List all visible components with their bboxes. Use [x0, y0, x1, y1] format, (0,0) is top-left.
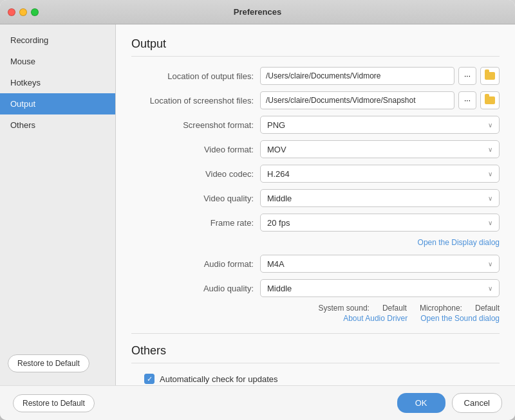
section-divider [131, 333, 500, 334]
system-sound-value: Default [382, 304, 407, 313]
output-files-folder-button[interactable] [480, 67, 500, 85]
output-files-dots-button[interactable]: ··· [458, 67, 476, 85]
auto-update-checkbox[interactable]: ✓ [144, 374, 154, 384]
others-section-title: Others [131, 344, 500, 363]
auto-update-label: Automatically check for updates [160, 374, 278, 384]
video-quality-row: Video quality: Middle ∨ [131, 189, 500, 207]
sidebar-item-recording[interactable]: Recording [0, 30, 115, 51]
audio-format-dropdown[interactable]: M4A ∨ [260, 255, 500, 273]
video-format-value: MOV [267, 145, 286, 154]
frame-rate-value: 20 fps [267, 218, 290, 228]
video-quality-label: Video quality: [131, 194, 260, 203]
screenshot-format-control: PNG ∨ [260, 116, 500, 134]
preferences-window: Preferences Recording Mouse Hotkeys Outp… [0, 0, 515, 420]
microphone-label: Microphone: [420, 304, 462, 313]
chevron-down-icon: ∨ [488, 146, 492, 153]
video-format-row: Video format: MOV ∨ [131, 140, 500, 158]
video-quality-value: Middle [267, 194, 292, 203]
footer: Restore to Default OK Cancel [0, 385, 515, 420]
video-quality-dropdown[interactable]: Middle ∨ [260, 189, 500, 207]
titlebar: Preferences [0, 0, 515, 24]
video-codec-row: Video codec: H.264 ∨ [131, 165, 500, 183]
open-sound-dialog-link[interactable]: Open the Sound dialog [420, 314, 500, 323]
sidebar: Recording Mouse Hotkeys Output Others Re… [0, 24, 116, 385]
sidebar-item-output[interactable]: Output [0, 93, 115, 114]
screenshot-format-dropdown[interactable]: PNG ∨ [260, 116, 500, 134]
video-quality-control: Middle ∨ [260, 189, 500, 207]
display-dialog-row: Open the Display dialog [131, 238, 500, 247]
audio-quality-row: Audio quality: Middle ∨ [131, 279, 500, 297]
video-codec-control: H.264 ∨ [260, 165, 500, 183]
ok-button[interactable]: OK [397, 393, 445, 413]
microphone-value: Default [475, 304, 500, 313]
video-format-dropdown[interactable]: MOV ∨ [260, 140, 500, 158]
dots-icon: ··· [464, 96, 471, 105]
video-codec-value: H.264 [267, 169, 290, 179]
screenshot-format-value: PNG [267, 120, 285, 130]
frame-rate-control: 20 fps ∨ [260, 214, 500, 232]
sidebar-item-mouse[interactable]: Mouse [0, 51, 115, 72]
audio-links-row: About Audio Driver Open the Sound dialog [131, 314, 500, 323]
window-content: Recording Mouse Hotkeys Output Others Re… [0, 24, 515, 385]
system-sound-label: System sound: [319, 304, 370, 313]
sidebar-item-hotkeys[interactable]: Hotkeys [0, 72, 115, 93]
audio-format-value: M4A [267, 259, 285, 269]
about-audio-driver-link[interactable]: About Audio Driver [343, 314, 407, 323]
sidebar-bottom: Restore to Default [0, 347, 115, 380]
chevron-down-icon: ∨ [488, 260, 492, 268]
footer-buttons: OK Cancel [397, 393, 502, 413]
screenshot-files-path: /Users/claire/Documents/Vidmore/Snapshot [260, 91, 454, 109]
audio-info-row: System sound: Default Microphone: Defaul… [131, 304, 500, 313]
audio-quality-dropdown[interactable]: Middle ∨ [260, 279, 500, 297]
audio-quality-label: Audio quality: [131, 284, 260, 293]
auto-update-row: ✓ Automatically check for updates [131, 374, 500, 384]
minimize-button[interactable] [19, 8, 27, 16]
folder-icon [485, 96, 495, 104]
audio-format-control: M4A ∨ [260, 255, 500, 273]
sidebar-item-others[interactable]: Others [0, 114, 115, 136]
output-files-control: /Users/claire/Documents/Vidmore ··· [260, 67, 500, 85]
screenshot-files-row: Location of screenshot files: /Users/cla… [131, 91, 500, 109]
screenshot-files-label: Location of screenshot files: [131, 96, 260, 105]
frame-rate-row: Frame rate: 20 fps ∨ [131, 214, 500, 232]
dots-icon: ··· [464, 71, 471, 80]
window-title: Preferences [234, 7, 281, 17]
audio-format-label: Audio format: [131, 259, 260, 269]
chevron-down-icon: ∨ [488, 219, 492, 226]
audio-quality-control: Middle ∨ [260, 279, 500, 297]
video-codec-dropdown[interactable]: H.264 ∨ [260, 165, 500, 183]
audio-quality-value: Middle [267, 284, 292, 293]
output-files-label: Location of output files: [131, 71, 260, 81]
chevron-down-icon: ∨ [488, 122, 492, 129]
titlebar-buttons [8, 8, 39, 16]
screenshot-format-row: Screenshot format: PNG ∨ [131, 116, 500, 134]
maximize-button[interactable] [31, 8, 39, 16]
screenshot-files-dots-button[interactable]: ··· [458, 91, 476, 109]
cancel-button[interactable]: Cancel [452, 393, 502, 413]
chevron-down-icon: ∨ [488, 285, 492, 292]
close-button[interactable] [8, 8, 15, 16]
output-section-title: Output [131, 37, 500, 57]
open-display-dialog-link[interactable]: Open the Display dialog [418, 238, 500, 247]
chevron-down-icon: ∨ [488, 170, 492, 178]
screenshot-files-folder-button[interactable] [480, 91, 500, 109]
checkmark-icon: ✓ [147, 376, 153, 383]
screenshot-files-control: /Users/claire/Documents/Vidmore/Snapshot… [260, 91, 500, 109]
video-codec-label: Video codec: [131, 169, 260, 179]
chevron-down-icon: ∨ [488, 195, 492, 202]
folder-icon [485, 72, 495, 80]
restore-default-button[interactable]: Restore to Default [8, 354, 89, 372]
video-format-label: Video format: [131, 145, 260, 154]
footer-restore-default-button[interactable]: Restore to Default [13, 394, 95, 412]
audio-format-row: Audio format: M4A ∨ [131, 255, 500, 273]
main-panel: Output Location of output files: /Users/… [116, 24, 515, 385]
screenshot-format-label: Screenshot format: [131, 120, 260, 130]
video-format-control: MOV ∨ [260, 140, 500, 158]
output-files-row: Location of output files: /Users/claire/… [131, 67, 500, 85]
output-files-path: /Users/claire/Documents/Vidmore [260, 67, 454, 85]
frame-rate-dropdown[interactable]: 20 fps ∨ [260, 214, 500, 232]
frame-rate-label: Frame rate: [131, 218, 260, 228]
